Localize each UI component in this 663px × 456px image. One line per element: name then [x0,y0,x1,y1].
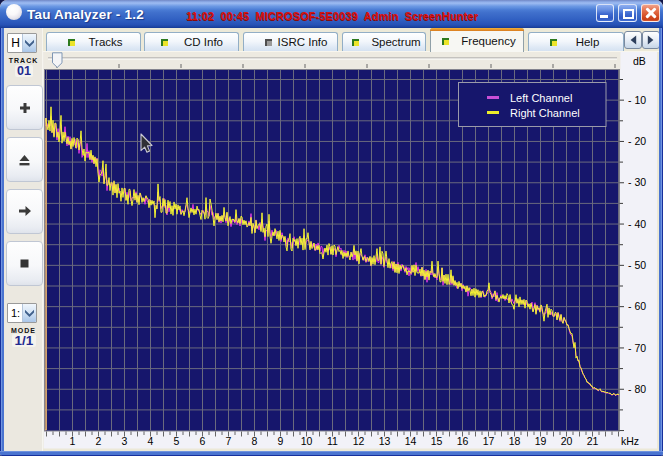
svg-text:15: 15 [431,435,443,447]
svg-text:2: 2 [96,435,102,447]
svg-text:20: 20 [561,435,573,447]
svg-text:- 80: - 80 [628,383,646,395]
svg-text:8: 8 [252,435,258,447]
svg-text:- 20: - 20 [628,135,646,147]
svg-text:- 60: - 60 [628,300,646,312]
svg-text:9: 9 [278,435,284,447]
svg-text:11: 11 [327,435,338,447]
svg-text:17: 17 [483,435,495,447]
svg-text:1: 1 [70,435,76,447]
svg-text:- 50: - 50 [628,259,646,271]
svg-text:10: 10 [301,435,313,447]
svg-text:16: 16 [457,435,469,447]
svg-text:3: 3 [122,435,128,447]
svg-text:4: 4 [148,435,154,447]
svg-text:Left Channel: Left Channel [510,92,572,104]
svg-text:kHz: kHz [621,435,639,447]
svg-text:- 40: - 40 [628,218,646,230]
svg-text:7: 7 [226,435,232,447]
svg-text:19: 19 [535,435,547,447]
svg-text:21: 21 [587,435,599,447]
svg-text:Right Channel: Right Channel [510,107,580,119]
svg-text:- 30: - 30 [628,176,646,188]
svg-text:13: 13 [379,435,391,447]
svg-text:- 10: - 10 [628,94,646,106]
svg-text:6: 6 [200,435,206,447]
svg-text:12: 12 [353,435,365,447]
svg-text:5: 5 [174,435,180,447]
svg-text:14: 14 [405,435,417,447]
svg-text:18: 18 [509,435,521,447]
svg-text:- 70: - 70 [628,342,646,354]
svg-text:dB: dB [633,55,646,67]
